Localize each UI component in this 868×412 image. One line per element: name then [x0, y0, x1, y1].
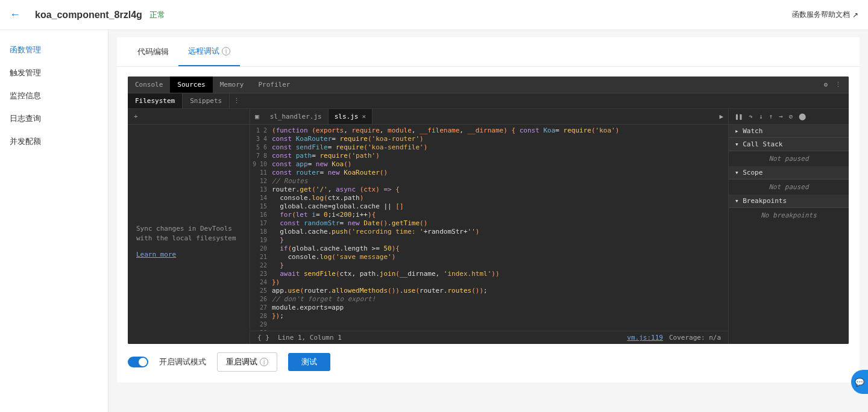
learn-more-link[interactable]: Learn more [136, 250, 176, 260]
sync-note-text: Sync changes in DevTools with the local … [136, 225, 236, 243]
bottom-controls: 开启调试模式 重启调试 i 测试 [128, 352, 849, 372]
run-icon[interactable]: ▶ [714, 109, 728, 124]
debug-mode-label: 开启调试模式 [159, 357, 206, 367]
scope-panel-body: Not paused [729, 179, 849, 195]
devtools-tab-sources[interactable]: Sources [170, 76, 212, 93]
info-icon: i [260, 358, 268, 366]
restart-label: 重启调试 [226, 357, 257, 367]
file-tab-sl-handler[interactable]: sl_handler.js [264, 109, 329, 124]
devtools-tab-console[interactable]: Console [128, 76, 170, 93]
file-tab-sls[interactable]: sls.js × [329, 109, 373, 124]
step-out-icon[interactable]: ↑ [769, 113, 773, 120]
sidebar-item-trigger-manage[interactable]: 触发管理 [0, 61, 108, 84]
external-link-icon: ↗ [852, 11, 858, 19]
devtools-tab-memory[interactable]: Memory [213, 76, 251, 93]
coverage-status: Coverage: n/a [669, 334, 721, 342]
editor-status-bar: { } Line 1, Column 1 vm.js:119 Coverage:… [250, 331, 728, 344]
sidebar: 函数管理 触发管理 监控信息 日志查询 并发配额 [0, 30, 108, 412]
tab-code-edit[interactable]: 代码编辑 [128, 37, 178, 66]
step-over-icon[interactable]: ↷ [749, 113, 753, 120]
tab-remote-debug[interactable]: 远程调试 i [178, 37, 240, 66]
sidebar-item-monitor[interactable]: 监控信息 [0, 84, 108, 107]
page-title: koa_component_8rzl4g [35, 10, 142, 20]
code-content[interactable]: (function (exports, require, module, __f… [271, 125, 728, 331]
doc-link-label: 函数服务帮助文档 [792, 10, 850, 20]
content-tabs: 代码编辑 远程调试 i [117, 37, 860, 67]
kebab-icon[interactable]: ⋮ [835, 81, 841, 89]
devtools-debugger-panel: ❚❚ ↷ ↓ ↑ → ⊘ ⬤ ▸ Watch ▾ Call Stack Not … [728, 109, 849, 344]
subtab-more-icon[interactable]: ⋮ [230, 97, 244, 105]
pause-on-exceptions-icon[interactable]: ⬤ [799, 113, 806, 120]
doc-help-link[interactable]: 函数服务帮助文档 ↗ [792, 10, 858, 20]
breakpoints-panel-header[interactable]: ▾ Breakpoints [729, 195, 849, 208]
tab-remote-debug-label: 远程调试 [188, 46, 219, 57]
debug-mode-toggle[interactable] [128, 357, 148, 367]
file-tabs-bar: ▣ sl_handler.js sls.js × ▶ [250, 109, 728, 125]
devtools-editor: ▣ sl_handler.js sls.js × ▶ [250, 109, 728, 344]
vm-link[interactable]: vm.js:119 [627, 334, 663, 342]
add-folder-icon[interactable]: + [128, 109, 250, 125]
sidebar-item-function-manage[interactable]: 函数管理 [0, 39, 108, 61]
devtools-container: Console Sources Memory Profiler ⚙ ⋮ File… [128, 76, 849, 344]
line-gutter: 1 2 3 4 5 6 7 8 9 10 11 12 13 14 15 16 1… [250, 125, 271, 331]
back-arrow-icon[interactable]: ← [10, 8, 20, 21]
devtools-sources-subtabs: Filesystem Snippets ⋮ [128, 93, 849, 109]
deactivate-breakpoints-icon[interactable]: ⊘ [789, 113, 793, 120]
subtab-snippets[interactable]: Snippets [183, 93, 230, 108]
breakpoints-panel-body: No breakpoints [729, 208, 849, 223]
file-tab-label: sls.js [335, 113, 359, 120]
callstack-panel-body: Not paused [729, 151, 849, 166]
sidebar-item-logs[interactable]: 日志查询 [0, 107, 108, 130]
test-button[interactable]: 测试 [288, 353, 330, 371]
scope-panel-header[interactable]: ▾ Scope [729, 166, 849, 179]
subtab-filesystem[interactable]: Filesystem [128, 93, 183, 108]
step-into-icon[interactable]: ↓ [759, 113, 763, 120]
file-tab-label: sl_handler.js [270, 113, 322, 120]
restart-debug-button[interactable]: 重启调试 i [217, 352, 277, 372]
devtools-tab-profiler[interactable]: Profiler [251, 76, 297, 93]
step-icon[interactable]: → [779, 113, 783, 120]
status-badge: 正常 [149, 10, 165, 20]
close-icon[interactable]: × [362, 113, 366, 120]
callstack-panel-header[interactable]: ▾ Call Stack [729, 138, 849, 151]
watch-panel-header[interactable]: ▸ Watch [729, 125, 849, 138]
main-area: 代码编辑 远程调试 i Console Sources Memory Profi… [108, 30, 868, 412]
file-nav-icon[interactable]: ▣ [250, 109, 264, 124]
devtools-top-tabs: Console Sources Memory Profiler ⚙ ⋮ [128, 76, 849, 93]
devtools-filesystem-panel: + Sync changes in DevTools with the loca… [128, 109, 250, 344]
page-header: ← koa_component_8rzl4g 正常 函数服务帮助文档 ↗ [0, 0, 868, 30]
sidebar-item-concurrency[interactable]: 并发配额 [0, 130, 108, 153]
braces-icon[interactable]: { } [257, 334, 269, 342]
gear-icon[interactable]: ⚙ [823, 81, 828, 89]
pause-icon[interactable]: ❚❚ [735, 113, 743, 120]
cursor-position: Line 1, Column 1 [278, 334, 342, 342]
info-icon[interactable]: i [222, 47, 230, 55]
